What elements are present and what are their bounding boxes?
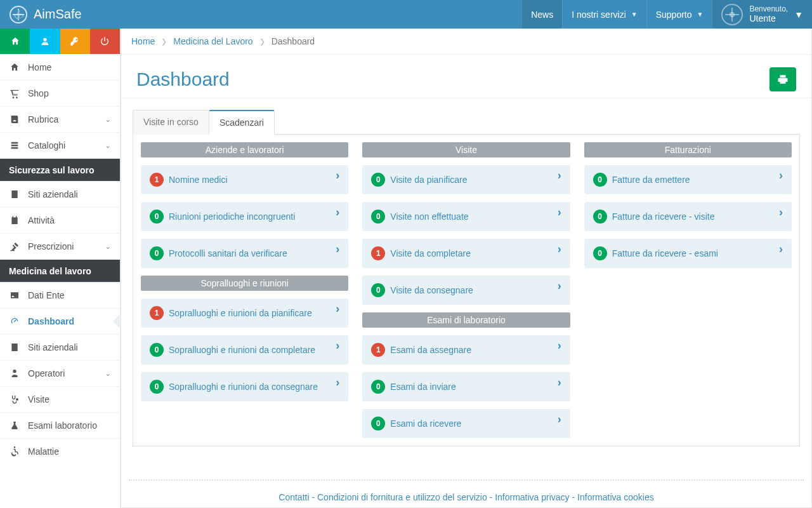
- sidebar-item[interactable]: Esami laboratorio: [0, 413, 120, 438]
- nav-news[interactable]: News: [521, 0, 562, 29]
- count-badge: 0: [593, 173, 607, 187]
- breadcrumb-home[interactable]: Home: [131, 36, 155, 46]
- building-icon: [9, 342, 20, 352]
- count-badge: 1: [371, 343, 385, 357]
- nav-services-label: I nostri servizi: [572, 10, 626, 20]
- sidebar-item[interactable]: Malattie: [0, 439, 120, 464]
- scadenza-card[interactable]: 1Nomine medici›: [141, 165, 348, 194]
- count-badge: 1: [371, 246, 385, 260]
- sidebar-item[interactable]: Dati Ente: [0, 283, 120, 308]
- dashboard-column: Visite0Visite da pianificare›0Visite non…: [362, 142, 570, 438]
- chevron-down-icon: ⌄: [105, 115, 111, 124]
- column-header: Aziende e lavoratori: [141, 142, 348, 157]
- scadenza-card[interactable]: 0Esami da ricevere›: [362, 409, 570, 438]
- sidebar-item[interactable]: Operatori⌄: [0, 361, 120, 386]
- sidebar-item-label: Rubrica: [28, 114, 58, 124]
- nav-support[interactable]: Supporto ▼: [646, 0, 712, 29]
- scadenza-card[interactable]: 0Visite da consegnare›: [362, 276, 570, 305]
- footer-link[interactable]: Condizioni di fornitura e utilizzo del s…: [317, 492, 487, 502]
- card-label: Protocolli sanitari da verificare: [169, 248, 287, 258]
- card-label: Visite non effettuate: [390, 211, 468, 222]
- scadenza-card[interactable]: 0Riunioni periodiche incongruenti›: [141, 202, 348, 231]
- footer-link[interactable]: Informativa privacy: [495, 492, 569, 502]
- scadenza-card[interactable]: 0Fatture da ricevere - visite›: [584, 202, 792, 231]
- nav-services[interactable]: I nostri servizi ▼: [562, 0, 646, 29]
- chevron-right-icon: ›: [558, 339, 561, 352]
- sidebar-item-label: Cataloghi: [28, 140, 65, 150]
- chevron-right-icon: ›: [336, 339, 339, 352]
- sidebar-item-label: Home: [28, 62, 51, 72]
- user-shortcut-button[interactable]: [30, 29, 60, 54]
- sidebar-item[interactable]: Shop: [0, 81, 120, 106]
- count-badge: 0: [150, 380, 164, 394]
- footer: Contatti - Condizioni di fornitura e uti…: [129, 479, 804, 507]
- chevron-right-icon: ›: [336, 302, 339, 316]
- sidebar-item-label: Siti aziendali: [28, 342, 78, 352]
- sidebar-item-label: Siti aziendali: [28, 189, 78, 199]
- tab-scadenzari[interactable]: Scadenzari: [209, 110, 275, 135]
- chevron-right-icon: ›: [336, 169, 339, 182]
- card-label: Sopralluoghi e riunioni da completare: [169, 345, 315, 355]
- key-shortcut-button[interactable]: [60, 29, 90, 54]
- sidebar-item[interactable]: Siti aziendali: [0, 182, 120, 207]
- main-header: ⚓ AimSafe News I nostri servizi ▼ Suppor…: [0, 0, 812, 29]
- content: Home ❯ Medicina del Lavoro ❯ Dashboard D…: [121, 29, 812, 508]
- nav-support-label: Supporto: [656, 10, 692, 20]
- id-card-icon: [9, 290, 20, 300]
- scadenza-card[interactable]: 0Visite da pianificare›: [362, 165, 570, 194]
- sidebar-item[interactable]: Prescrizioni⌄: [0, 234, 120, 259]
- count-badge: 0: [150, 246, 164, 260]
- stethoscope-icon: [9, 394, 20, 404]
- catalog-icon: [9, 140, 20, 150]
- sidebar-item[interactable]: Home: [0, 55, 120, 80]
- scadenza-card[interactable]: 1Esami da assegnare›: [362, 335, 570, 364]
- sidebar-top-buttons: [0, 29, 120, 54]
- building-icon: [9, 189, 20, 199]
- footer-link[interactable]: Contatti: [278, 492, 309, 502]
- sidebar-item[interactable]: Cataloghi⌄: [0, 133, 120, 158]
- sidebar-item[interactable]: Attività: [0, 208, 120, 233]
- scadenza-card[interactable]: 1Visite da completare›: [362, 239, 570, 268]
- sidebar-item[interactable]: Siti aziendali: [0, 335, 120, 360]
- chevron-right-icon: ›: [336, 376, 339, 389]
- print-icon: [777, 74, 789, 85]
- tab-visite-in-corso[interactable]: Visite in corso: [133, 110, 209, 135]
- sidebar: HomeShopRubrica⌄Cataloghi⌄Sicurezza sul …: [0, 29, 121, 508]
- sidebar-item-label: Attività: [28, 215, 55, 225]
- sidebar-item-label: Esami laboratorio: [28, 420, 97, 431]
- logo-icon: ⚓: [10, 6, 27, 23]
- scadenza-card[interactable]: 0Fatture da emettere›: [584, 165, 792, 194]
- tab-panel-scadenzari: Aziende e lavoratori1Nomine medici›0Riun…: [133, 134, 800, 446]
- scadenza-card[interactable]: 0Fatture da ricevere - esami›: [584, 239, 792, 268]
- breadcrumb-section[interactable]: Medicina del Lavoro: [173, 36, 252, 46]
- sidebar-item[interactable]: Rubrica⌄: [0, 107, 120, 132]
- card-label: Nomine medici: [169, 175, 228, 185]
- chevron-right-icon: ›: [558, 206, 561, 219]
- nav-user-menu[interactable]: Benvenuto, Utente ▼: [712, 0, 812, 29]
- book-user-icon: [9, 114, 20, 124]
- print-button[interactable]: [769, 67, 796, 91]
- footer-link[interactable]: Informativa cookies: [577, 492, 654, 502]
- logo[interactable]: ⚓ AimSafe: [0, 0, 127, 29]
- card-label: Fatture da emettere: [612, 175, 690, 185]
- card-label: Visite da completare: [390, 248, 471, 258]
- sidebar-item[interactable]: Visite: [0, 387, 120, 412]
- logout-button[interactable]: [90, 29, 120, 54]
- scadenza-card[interactable]: 0Visite non effettuate›: [362, 202, 570, 231]
- sidebar-item-label: Dashboard: [28, 316, 74, 326]
- count-badge: 1: [150, 173, 164, 187]
- home-icon: [10, 36, 20, 46]
- scadenza-card[interactable]: 0Esami da inviare›: [362, 372, 570, 401]
- sidebar-item-label: Operatori: [28, 368, 65, 378]
- wheelchair-icon: [9, 446, 20, 457]
- scadenza-card[interactable]: 1Sopralluoghi e riunioni da pianificare›: [141, 298, 348, 328]
- count-badge: 0: [371, 417, 385, 431]
- card-label: Riunioni periodiche incongruenti: [169, 211, 295, 222]
- scadenza-card[interactable]: 0Sopralluoghi e riunioni da completare›: [141, 335, 348, 364]
- scadenza-card[interactable]: 0Protocolli sanitari da verificare›: [141, 239, 348, 268]
- dashboard-column: Fatturazioni0Fatture da emettere›0Fattur…: [584, 142, 792, 268]
- sidebar-item[interactable]: Dashboard: [0, 309, 120, 334]
- card-label: Esami da assegnare: [390, 345, 471, 355]
- scadenza-card[interactable]: 0Sopralluoghi e riunioni da consegnare›: [141, 372, 348, 401]
- home-shortcut-button[interactable]: [0, 29, 30, 54]
